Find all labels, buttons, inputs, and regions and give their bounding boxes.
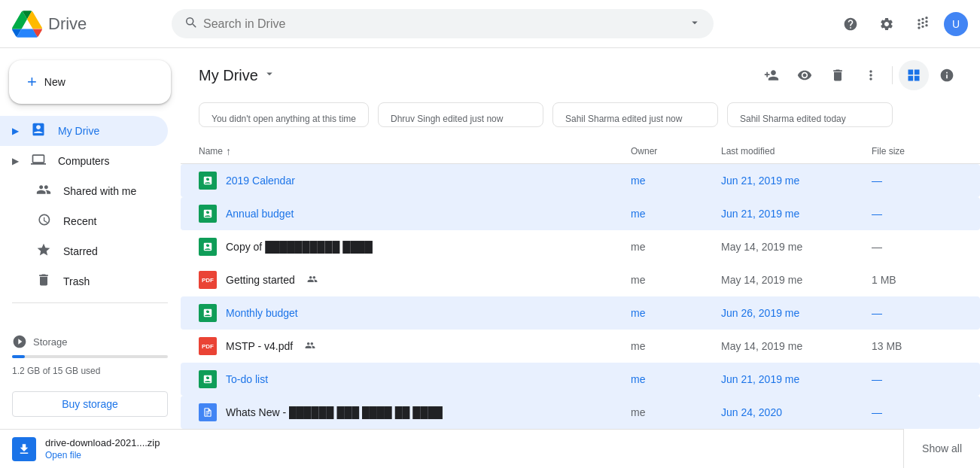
file-modified[interactable]: Jun 26, 2019 me — [721, 307, 872, 319]
show-all-button[interactable]: Show all — [903, 429, 980, 468]
file-modified[interactable]: Jun 21, 2019 me — [721, 208, 872, 220]
file-owner[interactable]: me — [631, 373, 721, 385]
file-name-cell: 2019 Calendar — [199, 172, 631, 190]
file-owner[interactable]: me — [631, 307, 721, 319]
table-row[interactable]: To-do list me Jun 21, 2019 me — — [181, 363, 980, 396]
sidebar-item-starred[interactable]: Starred — [0, 236, 168, 266]
sheets-icon — [199, 205, 217, 223]
recent-card-1[interactable]: Dhruv Singh edited just now — [378, 102, 543, 127]
recent-card-text-0: You didn't open anything at this time — [212, 114, 356, 124]
computers-label: Computers — [58, 155, 109, 167]
recent-card-3[interactable]: Sahil Sharma edited today — [727, 102, 893, 127]
file-name-cell: PDF MSTP - v4.pdf — [199, 337, 631, 355]
download-filename: drive-download-2021....zip — [45, 437, 160, 448]
col-owner-label: Owner — [631, 146, 657, 157]
storage-icon — [12, 334, 27, 349]
table-row[interactable]: Annual budget me Jun 21, 2019 me — — [181, 197, 980, 230]
file-type-icon — [199, 205, 217, 223]
table-row[interactable]: Whats New - ██████ ███ ████ ██ ████ me J… — [181, 396, 980, 429]
content-area: My Drive — [181, 48, 980, 429]
file-list: 2019 Calendar me Jun 21, 2019 me — Annua… — [181, 164, 980, 429]
search-bar[interactable] — [172, 9, 714, 38]
file-size[interactable]: — — [872, 373, 962, 385]
recent-card-text-1: Dhruv Singh edited just now — [391, 114, 503, 124]
sidebar-item-my-drive[interactable]: ▶ My Drive — [0, 116, 168, 146]
my-drive-title: My Drive — [199, 67, 258, 84]
file-owner[interactable]: me — [631, 208, 721, 220]
file-size[interactable]: — — [872, 208, 962, 220]
avatar[interactable]: U — [944, 12, 968, 36]
settings-button[interactable] — [872, 9, 902, 39]
file-name-cell: Copy of ██████████ ████ — [199, 238, 631, 256]
delete-button[interactable] — [823, 60, 853, 90]
recent-label: Recent — [63, 215, 96, 227]
file-modified[interactable]: Jun 21, 2019 me — [721, 373, 872, 385]
file-owner[interactable]: me — [631, 175, 721, 187]
col-header-size[interactable]: File size — [872, 145, 962, 157]
file-owner: me — [631, 241, 721, 253]
table-row[interactable]: PDF MSTP - v4.pdf me May 14, 2019 me 13 … — [181, 330, 980, 363]
recent-card-2[interactable]: Sahil Sharma edited just now — [552, 102, 718, 127]
shared-badge-icon — [305, 340, 315, 353]
col-header-modified[interactable]: Last modified — [721, 145, 872, 157]
file-name-text: MSTP - v4.pdf — [226, 340, 293, 352]
new-button[interactable]: + New — [9, 60, 171, 104]
grid-view-button[interactable] — [899, 60, 929, 90]
file-type-icon — [199, 238, 217, 256]
search-icon — [184, 15, 197, 32]
recent-cards: You didn't open anything at this time Dh… — [181, 96, 980, 139]
sidebar-item-recent[interactable]: Recent — [0, 206, 168, 236]
pdf-icon: PDF — [199, 271, 217, 289]
help-button[interactable] — [835, 9, 866, 39]
table-row[interactable]: 2019 Calendar me Jun 21, 2019 me — — [181, 164, 980, 197]
shared-label: Shared with me — [63, 185, 136, 197]
shared-badge-icon — [307, 274, 318, 287]
apps-button[interactable] — [908, 9, 938, 39]
table-row[interactable]: PDF Getting started me May 14, 2019 me 1… — [181, 263, 980, 296]
search-dropdown-icon[interactable] — [688, 16, 702, 32]
sidebar-item-computers[interactable]: ▶ Computers — [0, 146, 168, 176]
table-row[interactable]: Monthly budget me Jun 26, 2019 me — — [181, 296, 980, 330]
file-modified[interactable]: Jun 24, 2020 — [721, 406, 872, 418]
drive-title-dropdown-icon[interactable] — [263, 67, 276, 84]
sidebar: + New ▶ My Drive ▶ Computers Shared with — [0, 48, 181, 429]
new-button-label: New — [44, 76, 65, 88]
preview-button[interactable] — [790, 60, 820, 90]
file-list-header: Name ↑ Owner Last modified File size — [181, 139, 980, 164]
file-size[interactable]: — — [872, 406, 962, 418]
trash-label: Trash — [63, 275, 90, 287]
col-header-name[interactable]: Name ↑ — [199, 145, 631, 157]
file-name-text: Getting started — [226, 274, 295, 286]
sidebar-item-shared[interactable]: Shared with me — [0, 176, 168, 206]
topbar-actions: U — [835, 9, 968, 39]
file-modified: May 14, 2019 me — [721, 274, 872, 286]
file-size[interactable]: — — [872, 175, 962, 187]
table-row[interactable]: Copy of ██████████ ████ me May 14, 2019 … — [181, 230, 980, 263]
file-name-cell: To-do list — [199, 370, 631, 388]
file-size: — — [872, 241, 962, 253]
details-button[interactable] — [932, 60, 962, 90]
logo-area: Drive — [12, 9, 163, 39]
recent-card-0[interactable]: You didn't open anything at this time — [199, 102, 369, 127]
file-name-cell: Monthly budget — [199, 304, 631, 322]
open-file-link[interactable]: Open file — [45, 450, 81, 460]
search-input[interactable] — [203, 17, 682, 31]
file-type-icon — [199, 403, 217, 421]
sidebar-item-trash[interactable]: Trash — [0, 266, 168, 296]
file-size[interactable]: — — [872, 307, 962, 319]
storage-usage-text: 1.2 GB of 15 GB used — [12, 366, 100, 376]
file-type-icon: PDF — [199, 337, 217, 355]
file-name-text: Copy of ██████████ ████ — [226, 241, 373, 253]
col-header-owner[interactable]: Owner — [631, 145, 721, 157]
file-name-cell: Whats New - ██████ ███ ████ ██ ████ — [199, 403, 631, 421]
file-name-text: Annual budget — [226, 208, 294, 220]
file-owner: me — [631, 274, 721, 286]
expand-arrow-icon: ▶ — [12, 126, 19, 136]
add-people-button[interactable] — [756, 60, 787, 90]
more-button[interactable] — [856, 60, 886, 90]
drive-title: My Drive — [199, 67, 276, 84]
file-modified[interactable]: Jun 21, 2019 me — [721, 175, 872, 187]
starred-label: Starred — [63, 245, 98, 257]
bottom-bar: drive-download-2021....zip Open file ⋯ S… — [0, 429, 980, 468]
buy-storage-button[interactable]: Buy storage — [12, 391, 168, 417]
